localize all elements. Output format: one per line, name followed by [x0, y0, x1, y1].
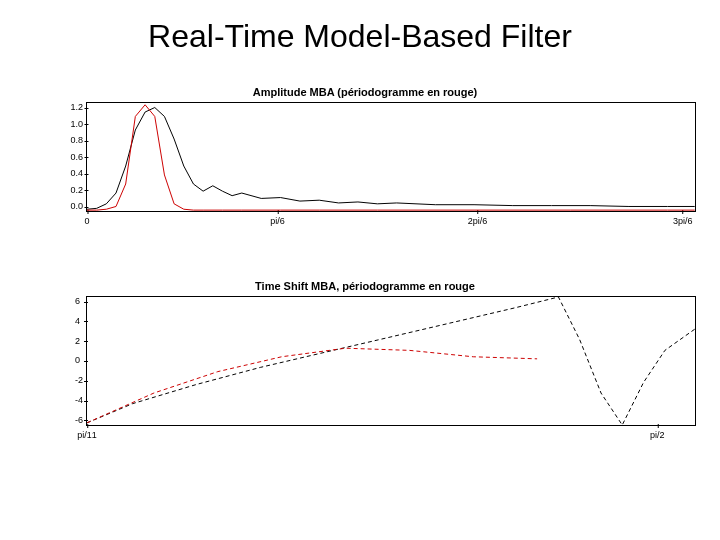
periodogram-series-line — [87, 105, 695, 210]
ytick: -4 — [75, 396, 87, 405]
ytick: 0.0 — [70, 202, 87, 211]
ytick: 0.4 — [70, 169, 87, 178]
ytick: -6 — [75, 416, 87, 425]
ytick: 1.2 — [70, 103, 87, 112]
ytick: 4 — [75, 317, 87, 326]
xtick: 3pi/6 — [673, 211, 693, 226]
timeshift-plot-area: 6 4 2 0 -2 -4 -6 pi/11 pi/2 pi/10 — [86, 296, 696, 426]
amplitude-series-line — [87, 108, 695, 210]
timeshift-chart: Time Shift MBA, périodogramme en rouge 6… — [60, 280, 670, 426]
ytick: -2 — [75, 376, 87, 385]
timeshift-x-axis: pi/11 pi/2 pi/10 — [87, 425, 695, 440]
xtick: pi/2 — [650, 425, 665, 440]
xtick: pi/6 — [270, 211, 285, 226]
amplitude-y-axis: 1.2 1.0 0.8 0.6 0.4 0.2 0.0 — [70, 103, 87, 211]
ytick: 0.8 — [70, 136, 87, 145]
xtick: 0 — [84, 211, 89, 226]
page-title: Real-Time Model-Based Filter — [0, 0, 720, 61]
amplitude-chart: Amplitude MBA (périodogramme en rouge) 1… — [60, 86, 670, 212]
ytick: 0 — [75, 356, 87, 365]
periodogram-series-line — [87, 348, 537, 423]
ytick: 2 — [75, 337, 87, 346]
ytick: 6 — [75, 297, 87, 306]
timeshift-y-axis: 6 4 2 0 -2 -4 -6 — [75, 297, 87, 425]
xtick: 2pi/6 — [468, 211, 488, 226]
xtick: pi/11 — [77, 425, 97, 440]
ytick: 0.2 — [70, 186, 87, 195]
ytick: 0.6 — [70, 153, 87, 162]
amplitude-x-axis: 0 pi/6 2pi/6 3pi/6 4pi/6 5pi/6 p — [87, 211, 695, 226]
amplitude-chart-title: Amplitude MBA (périodogramme en rouge) — [60, 86, 670, 98]
timeshift-series-line — [87, 297, 695, 425]
amplitude-plot-area: 1.2 1.0 0.8 0.6 0.4 0.2 0.0 0 pi/6 2pi/6… — [86, 102, 696, 212]
ytick: 1.0 — [70, 120, 87, 129]
timeshift-chart-title: Time Shift MBA, périodogramme en rouge — [60, 280, 670, 292]
